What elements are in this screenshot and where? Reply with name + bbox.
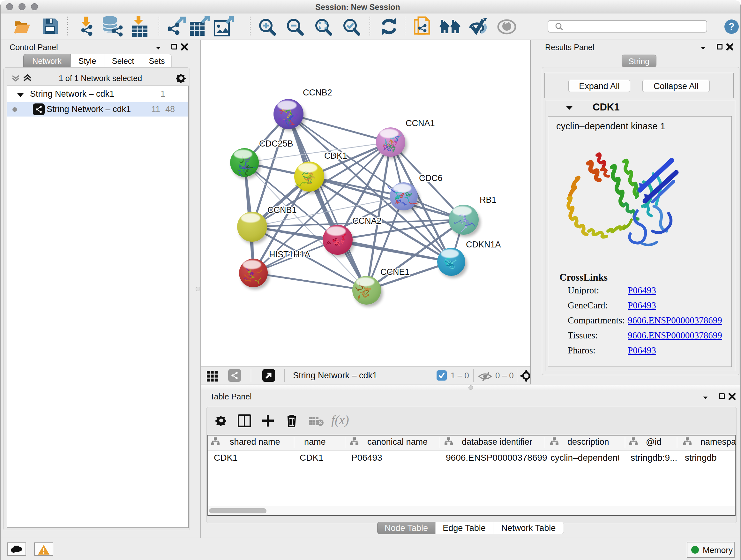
svg-text:CCNE1: CCNE1	[381, 267, 410, 277]
svg-text:CDK1: CDK1	[324, 151, 347, 161]
svg-text:CCNB1: CCNB1	[267, 205, 297, 215]
svg-text:CCNA1: CCNA1	[406, 118, 435, 128]
svg-text:CCNB2: CCNB2	[303, 88, 332, 98]
svg-text:RB1: RB1	[480, 195, 496, 205]
svg-text:HIST1H1A: HIST1H1A	[269, 250, 310, 259]
svg-text:CDC6: CDC6	[419, 173, 443, 183]
svg-text:CDC25B: CDC25B	[259, 139, 293, 148]
svg-text:CDKN1A: CDKN1A	[466, 240, 501, 249]
svg-text:CCNA2: CCNA2	[352, 216, 382, 226]
